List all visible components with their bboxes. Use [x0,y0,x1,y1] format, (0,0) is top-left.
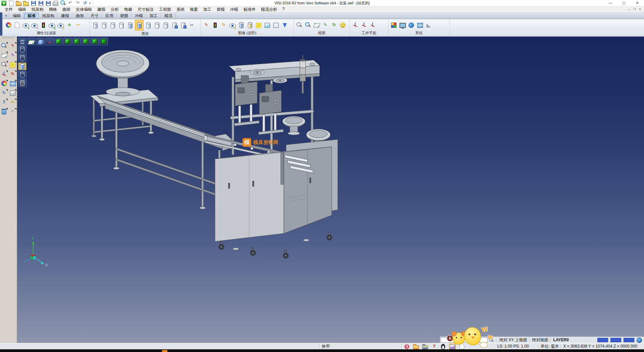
zoom-solid-button[interactable] [0,61,8,68]
hidden-dashed-button[interactable] [117,20,125,30]
menu-item-9[interactable]: 尺寸标注 [135,7,156,12]
tab-5[interactable]: 尺寸 [87,13,102,19]
mode-wireframe-button[interactable] [18,46,26,53]
transparent-button[interactable] [144,20,152,30]
wireframe-button[interactable] [100,20,108,30]
snap-grid-button[interactable] [416,20,424,30]
toggle-advanced-button[interactable] [228,20,236,30]
add-to-filter-button[interactable]: + [65,20,73,30]
environment-button[interactable] [407,20,415,30]
edit-image-button[interactable]: ✎ [202,20,210,30]
mode-shaded-edges-button[interactable] [18,71,26,79]
clip-view-button[interactable] [179,20,187,30]
menu-item-8[interactable]: 电极 [121,7,135,12]
menu-item-12[interactable]: 视窗 [187,7,201,12]
edit-sketch-button[interactable]: ✎ [9,42,16,49]
menu-item-14[interactable]: 塑模 [214,7,227,12]
session-lock-button[interactable]: S [404,344,410,349]
color-table-button[interactable] [390,20,398,30]
remove-from-filter-button[interactable]: − [74,20,82,30]
save-button[interactable] [30,0,37,6]
menu-item-6[interactable]: 建模 [95,7,108,12]
cut-section-button[interactable]: ✂ [188,20,196,30]
viewport[interactable]: Z [17,37,644,343]
taskbar-app-indicator[interactable] [162,350,167,352]
move-axis-button[interactable] [0,70,8,78]
section-view-button[interactable] [170,20,178,30]
mesh-shade-button[interactable] [162,20,170,30]
zoom-select-button[interactable] [0,42,8,49]
toolbar-grip[interactable] [3,38,14,40]
workplane-view-button[interactable] [27,38,36,45]
import-button[interactable] [23,0,29,6]
tab-8[interactable]: 冲模 [131,13,146,19]
menu-item-13[interactable]: 加工 [201,7,214,12]
rotate-entity-button[interactable]: ↻ [9,70,16,78]
cube-wire-button[interactable] [272,20,280,30]
view-shaded-button[interactable] [100,38,108,45]
menu-item-11[interactable]: 系统 [174,7,187,12]
refresh-visibility-button[interactable] [48,20,56,30]
tab-6[interactable]: 应用 [102,13,117,19]
menu-item-10[interactable]: 工程图 [156,7,174,12]
globe-icon[interactable] [637,338,642,343]
delete-button[interactable] [0,108,8,115]
view-plane-button[interactable] [313,20,321,30]
tab-dropdown-button[interactable]: ▼ [3,13,9,19]
save-as-button[interactable] [38,0,44,6]
sync-button[interactable]: ↺ [82,0,88,6]
new-document-button[interactable] [8,0,14,6]
search-icon[interactable] [489,338,494,342]
menu-item-3[interactable]: 网格 [46,7,60,12]
active-layer-label[interactable]: LAYER0 [553,338,569,342]
workplane-new-button[interactable] [351,20,359,30]
view-menu-button[interactable] [18,38,26,45]
mode-analysis-button[interactable] [18,79,26,87]
hide-entities-button[interactable] [31,20,39,30]
toggle-visibility-button[interactable] [57,20,65,30]
undo-button[interactable]: ↶ [67,0,73,6]
absolute-view-label[interactable]: 绝对视图 [532,337,548,343]
absolute-xy-view-label[interactable]: 绝对 XY 上视图 [499,337,527,343]
shaded-button[interactable] [126,20,134,30]
refresh-view-button[interactable]: ↻ [330,20,338,30]
menu-item-17[interactable]: 模流分析 [258,7,280,12]
flat-shade-button[interactable] [153,20,161,30]
menu-item-0[interactable]: 文件 [2,7,15,12]
close-button[interactable]: ✕ [631,0,644,6]
draft-analysis-button[interactable] [425,20,433,30]
cube-cyan-button[interactable] [263,20,271,30]
redo-button[interactable]: ↷ [74,0,81,6]
view-iso-back-button[interactable] [91,38,99,45]
preview-button[interactable] [60,0,66,6]
maximize-button[interactable]: ▢ [617,0,631,6]
tab-10[interactable]: 模流 [161,13,176,19]
display-settings-button[interactable] [398,20,407,30]
menu-item-4[interactable]: 曲面 [60,7,73,12]
print-button[interactable] [52,0,59,6]
attributes-palette-button[interactable] [4,20,12,30]
curve-edit-button[interactable]: ✎ [9,51,16,59]
workplane-edit-button[interactable] [360,20,368,30]
minimize-button[interactable]: — [604,0,617,6]
tab-3[interactable]: 建模 [58,13,72,19]
app-logo-button[interactable]: V [1,0,7,6]
grid-window-button[interactable] [9,80,16,87]
tools-folder-button[interactable] [422,344,428,349]
mode-shaded-button[interactable] [18,62,26,70]
tab-9[interactable]: 加工 [146,13,161,19]
zoom-extents-button[interactable] [304,20,312,30]
plugin-button[interactable] [440,344,446,349]
cylinder-gold-button[interactable] [246,20,254,30]
save-all-button[interactable] [45,0,51,6]
view-front-button[interactable] [63,38,72,45]
view-iso-button[interactable] [82,38,90,45]
solid-cube-button[interactable] [9,89,16,96]
attributes-button[interactable] [0,80,8,87]
help-button[interactable]: ? [0,98,8,106]
mdi-restore-button[interactable]: ❐ [632,6,637,12]
copy-attributes-button[interactable] [13,20,21,30]
zoom-window-button[interactable] [295,20,303,30]
tab-4[interactable]: 曲面 [72,13,87,19]
visibility-filter-button[interactable] [39,20,47,30]
